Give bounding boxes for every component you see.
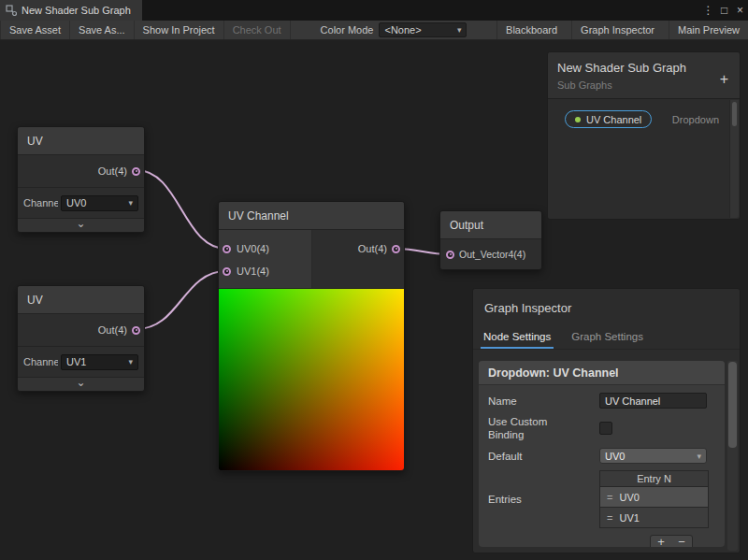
tab-node-settings[interactable]: Node Settings xyxy=(481,325,554,349)
inspector-scrollbar[interactable] xyxy=(727,361,738,551)
collapse-button[interactable]: ⌄ xyxy=(18,377,144,391)
drag-handle-icon[interactable]: = xyxy=(607,512,612,524)
inspector-section-title: Dropdown: UV Channel xyxy=(479,361,725,385)
use-custom-binding-checkbox[interactable] xyxy=(599,422,612,435)
node-title[interactable]: Output xyxy=(440,211,541,239)
node-output-row: Out(4) xyxy=(18,155,144,187)
default-dropdown[interactable]: UV0 ▾ xyxy=(599,448,707,464)
input-port-icon[interactable] xyxy=(446,251,454,259)
name-input[interactable] xyxy=(599,393,707,409)
binding-label-wrap: Use Custom Binding xyxy=(488,415,599,441)
kebab-menu-icon[interactable]: ⋮ xyxy=(700,0,716,21)
uv-preview xyxy=(219,288,404,470)
edge-uv1[interactable] xyxy=(137,271,226,329)
port-label: Out_Vector4(4) xyxy=(459,249,525,260)
default-value: UV0 xyxy=(605,451,625,462)
name-label: Name xyxy=(488,395,599,408)
default-field-row: Default UV0 ▾ xyxy=(488,448,715,464)
entry-row-uv1[interactable]: = UV1 xyxy=(599,508,709,528)
add-property-button[interactable]: + xyxy=(720,71,728,88)
entry-row-uv0[interactable]: = UV0 xyxy=(599,487,709,508)
save-as-button[interactable]: Save As... xyxy=(70,21,135,39)
window-controls: ⋮ □ × xyxy=(700,0,748,21)
edge-uv0[interactable] xyxy=(137,170,226,249)
save-asset-button[interactable]: Save Asset xyxy=(0,21,70,39)
output-port-icon[interactable] xyxy=(132,326,140,335)
node-output-row: Out(4) xyxy=(312,237,404,260)
drag-handle-icon[interactable]: = xyxy=(607,492,612,503)
uv-node-top[interactable]: UV Out(4) Channel UV0 ▾ ⌄ xyxy=(17,126,145,233)
inspector-fields: Name Use Custom Binding Default UV0 ▾ En… xyxy=(479,385,725,547)
entries-field-row: Entries Entry N = UV0 = UV1 xyxy=(488,470,715,528)
tab-graph-settings[interactable]: Graph Settings xyxy=(568,325,646,349)
port-label: Out(4) xyxy=(98,324,127,336)
dropdown-arrow-icon: ▾ xyxy=(697,452,701,461)
uv-node-bottom[interactable]: UV Out(4) Channel UV1 ▾ ⌄ xyxy=(17,285,145,392)
input-port-icon[interactable] xyxy=(223,267,231,276)
output-node[interactable]: Output Out_Vector4(4) xyxy=(439,210,542,270)
channel-row: Channel UV1 ▾ xyxy=(18,346,144,377)
node-title[interactable]: UV xyxy=(18,127,144,155)
add-entry-button[interactable]: + xyxy=(651,536,671,547)
dropdown-arrow-icon: ▾ xyxy=(457,25,462,35)
graph-inspector-toggle-button[interactable]: Graph Inspector xyxy=(571,21,663,39)
shader-graph-icon xyxy=(6,5,17,16)
main-preview-toggle-button[interactable]: Main Preview xyxy=(669,21,748,39)
toolbar-right-group: Blackboard Graph Inspector Main Preview xyxy=(491,21,748,39)
node-title[interactable]: UV xyxy=(18,286,144,314)
output-port-icon[interactable] xyxy=(392,245,400,253)
blackboard-title: New Shader Sub Graph xyxy=(557,61,730,75)
channel-value: UV0 xyxy=(66,197,86,208)
graph-canvas[interactable]: UV Out(4) Channel UV0 ▾ ⌄ UV Out(4) Chan… xyxy=(0,40,748,560)
tab-title: New Shader Sub Graph xyxy=(22,5,131,16)
node-input-row: Out_Vector4(4) xyxy=(440,239,541,269)
input-row: UV1(4) xyxy=(219,260,311,282)
channel-dropdown[interactable]: UV0 ▾ xyxy=(61,195,138,211)
inspector-tabs: Node Settings Graph Settings xyxy=(473,325,740,350)
blackboard-scrollbar[interactable] xyxy=(729,100,739,218)
chevron-down-icon: ⌄ xyxy=(76,376,85,389)
uv-channel-node[interactable]: UV Channel UV0(4) UV1(4) Out(4) xyxy=(218,201,405,471)
inspector-title: Graph Inspector xyxy=(473,289,740,325)
exposed-dot-icon xyxy=(575,117,581,122)
blackboard-item-uv-channel[interactable]: UV Channel xyxy=(565,110,652,128)
entries-footer: + − xyxy=(488,535,693,547)
channel-row: Channel UV0 ▾ xyxy=(18,187,144,218)
binding-field-row: Use Custom Binding xyxy=(488,415,715,441)
entries-label: Entries xyxy=(488,493,599,506)
output-port-icon[interactable] xyxy=(132,167,140,176)
scrollbar-thumb[interactable] xyxy=(728,362,737,448)
blackboard-subtitle: Sub Graphs xyxy=(557,79,730,91)
dropdown-arrow-icon: ▾ xyxy=(128,198,133,208)
dropdown-arrow-icon: ▾ xyxy=(128,357,133,366)
channel-dropdown[interactable]: UV1 ▾ xyxy=(61,354,138,370)
blackboard-item-row: UV Channel Dropdown xyxy=(548,110,740,128)
blackboard-toggle-button[interactable]: Blackboard xyxy=(496,21,566,39)
input-port-icon[interactable] xyxy=(223,245,231,253)
port-label: UV0(4) xyxy=(237,243,269,254)
blackboard-header: New Shader Sub Graph Sub Graphs + xyxy=(548,52,740,99)
node-title[interactable]: UV Channel xyxy=(219,202,404,230)
blackboard-panel[interactable]: New Shader Sub Graph Sub Graphs + UV Cha… xyxy=(547,51,741,220)
channel-value: UV1 xyxy=(66,356,86,367)
collapse-button[interactable]: ⌄ xyxy=(18,218,144,232)
scrollbar-thumb[interactable] xyxy=(732,102,737,126)
inspector-content: Dropdown: UV Channel Name Use Custom Bin… xyxy=(479,361,725,547)
use-custom-binding-label: Use Custom Binding xyxy=(488,415,565,441)
entry-name: UV1 xyxy=(619,512,639,524)
document-tab[interactable]: New Shader Sub Graph xyxy=(0,0,142,21)
color-mode-dropdown[interactable]: <None> ▾ xyxy=(379,22,467,37)
channel-label: Channel xyxy=(23,356,58,367)
color-mode-value: <None> xyxy=(384,24,421,36)
remove-entry-button[interactable]: − xyxy=(671,536,692,547)
show-in-project-button[interactable]: Show In Project xyxy=(135,21,224,39)
close-icon[interactable]: × xyxy=(732,0,748,21)
port-label: Out(4) xyxy=(358,243,387,254)
default-label: Default xyxy=(488,450,599,463)
port-label: Out(4) xyxy=(98,165,127,177)
color-mode-label: Color Mode xyxy=(321,24,374,36)
graph-inspector-panel[interactable]: Graph Inspector Node Settings Graph Sett… xyxy=(472,288,741,553)
name-field-row: Name xyxy=(488,393,715,409)
maximize-icon[interactable]: □ xyxy=(716,0,732,21)
node-body: UV0(4) UV1(4) Out(4) xyxy=(219,230,404,288)
